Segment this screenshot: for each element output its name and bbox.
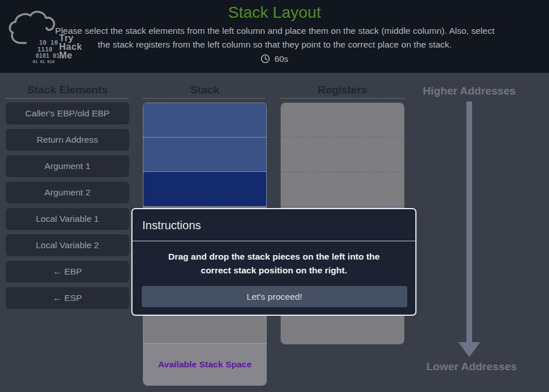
modal-title: Instructions bbox=[133, 209, 415, 241]
stack-elements-list: Caller's EBP/old EBPReturn AddressArgume… bbox=[6, 103, 129, 313]
registers-title: Registers bbox=[281, 84, 404, 97]
stack-element-button[interactable]: Local Variable 1 bbox=[6, 208, 129, 230]
stack-element-button[interactable]: Local Variable 2 bbox=[6, 234, 129, 256]
page-subtitle: Please select the stack elements from th… bbox=[48, 24, 501, 52]
down-arrow-icon bbox=[458, 342, 480, 357]
divider bbox=[143, 98, 265, 99]
proceed-button[interactable]: Let's proceed! bbox=[142, 286, 407, 307]
divider bbox=[6, 98, 129, 99]
register-cell[interactable] bbox=[281, 138, 404, 172]
timer: 60s bbox=[0, 53, 549, 64]
stack-element-button[interactable]: ← ESP bbox=[6, 287, 129, 309]
stack-elements-title: Stack Elements bbox=[6, 84, 129, 97]
stack-element-button[interactable]: Caller's EBP/old EBP bbox=[6, 103, 129, 124]
instructions-modal: Instructions Drag and drop the stack pie… bbox=[131, 208, 416, 316]
stack-cell[interactable] bbox=[143, 172, 266, 206]
clock-icon bbox=[260, 54, 270, 64]
available-stack-space[interactable]: Available Stack Space bbox=[143, 344, 266, 385]
down-arrow-shaft bbox=[466, 101, 472, 342]
register-cell[interactable] bbox=[281, 103, 404, 138]
stack-cell[interactable] bbox=[143, 103, 266, 138]
app: 10 10 1110 0101 01 01 01 010 Try Hack Me… bbox=[0, 0, 549, 392]
stack-element-button[interactable]: Return Address bbox=[6, 129, 129, 151]
stack-cell[interactable] bbox=[143, 138, 266, 172]
higher-addresses-label: Higher Addresses bbox=[412, 85, 527, 97]
divider bbox=[281, 98, 404, 99]
stack-element-button[interactable]: Argument 1 bbox=[6, 155, 129, 177]
timer-label: 60s bbox=[274, 54, 288, 64]
stack-element-button[interactable]: ← EBP bbox=[6, 261, 129, 283]
stack-element-button[interactable]: Argument 2 bbox=[6, 182, 129, 203]
register-cell[interactable] bbox=[281, 172, 404, 206]
page-title: Stack Layout bbox=[0, 3, 549, 22]
lower-addresses-label: Lower Addresses bbox=[414, 360, 529, 373]
modal-body-text: Drag and drop the stack pieces on the le… bbox=[133, 241, 415, 277]
header: 10 10 1110 0101 01 01 01 010 Try Hack Me… bbox=[0, 0, 549, 73]
stack-title: Stack bbox=[143, 84, 267, 97]
